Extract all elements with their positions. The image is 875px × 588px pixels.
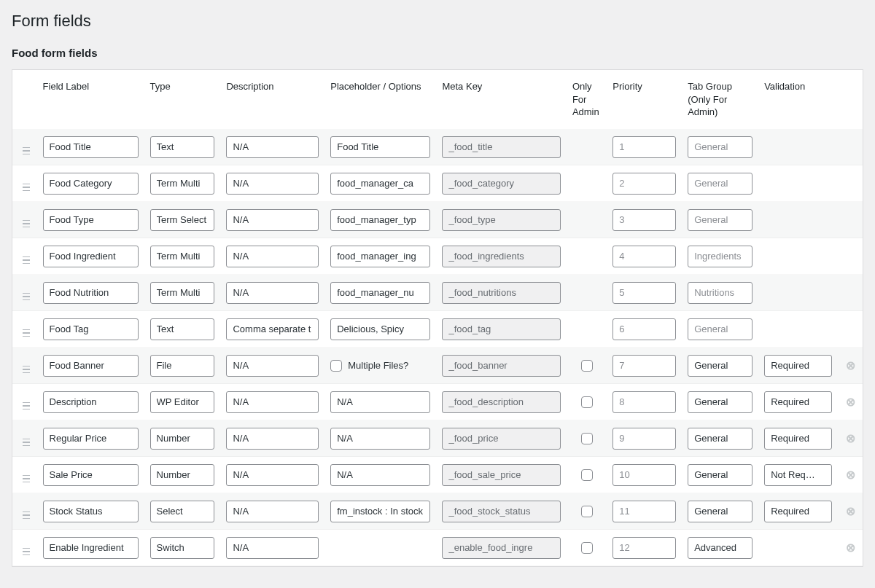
only-for-admin-checkbox[interactable] (581, 360, 593, 372)
tab-group-select[interactable]: GeneralIngredientsNutritionsAdvanced (688, 428, 752, 450)
description-input[interactable] (226, 464, 319, 486)
only-for-admin-checkbox[interactable] (581, 396, 593, 408)
validation-select[interactable]: RequiredNot Required (764, 391, 832, 413)
type-select[interactable]: TextTerm MultiTerm SelectFileWP EditorNu… (150, 136, 215, 158)
validation-select[interactable]: RequiredNot Required (764, 355, 832, 377)
placeholder-select[interactable]: food_manager_nu (330, 282, 430, 304)
drag-handle-icon[interactable] (23, 220, 30, 228)
validation-select[interactable]: RequiredNot Required (764, 501, 832, 522)
tab-group-select[interactable]: GeneralIngredientsNutritionsAdvanced (688, 391, 752, 413)
only-for-admin-checkbox[interactable] (581, 506, 593, 517)
drag-handle-icon[interactable] (23, 402, 30, 410)
priority-input[interactable] (612, 391, 676, 413)
drag-handle-icon[interactable] (23, 548, 30, 556)
field-label-input[interactable] (43, 173, 139, 195)
type-select[interactable]: TextTerm MultiTerm SelectFileWP EditorNu… (150, 537, 215, 559)
type-select[interactable]: TextTerm MultiTerm SelectFileWP EditorNu… (150, 318, 215, 340)
priority-input[interactable] (612, 428, 676, 450)
placeholder-input[interactable] (330, 464, 430, 486)
placeholder-input[interactable] (330, 501, 430, 522)
type-select[interactable]: TextTerm MultiTerm SelectFileWP EditorNu… (150, 355, 215, 377)
drag-handle-icon[interactable] (23, 147, 30, 155)
type-select[interactable]: TextTerm MultiTerm SelectFileWP EditorNu… (150, 209, 215, 231)
placeholder-input[interactable] (330, 391, 430, 413)
drag-handle-icon[interactable] (23, 439, 30, 447)
priority-input[interactable] (612, 537, 676, 559)
priority-input[interactable] (612, 209, 676, 231)
description-input[interactable] (226, 355, 319, 377)
remove-row-icon[interactable]: ⊗ (844, 396, 856, 407)
tab-group-select[interactable]: GeneralIngredientsNutritionsAdvanced (688, 355, 752, 377)
description-input[interactable] (226, 537, 319, 559)
tab-group-select[interactable]: GeneralIngredientsNutritionsAdvanced (688, 173, 752, 195)
tab-group-select[interactable]: GeneralIngredientsNutritionsAdvanced (688, 537, 752, 559)
placeholder-input[interactable] (330, 428, 430, 450)
only-for-admin-checkbox[interactable] (581, 433, 593, 444)
field-label-input[interactable] (43, 391, 139, 413)
drag-handle-icon[interactable] (23, 511, 30, 520)
tab-group-select[interactable]: GeneralIngredientsNutritionsAdvanced (688, 246, 752, 267)
field-label-input[interactable] (43, 282, 139, 304)
remove-row-icon[interactable]: ⊗ (844, 359, 856, 371)
only-for-admin-checkbox[interactable] (581, 469, 593, 481)
type-select[interactable]: TextTerm MultiTerm SelectFileWP EditorNu… (150, 391, 215, 413)
description-input[interactable] (226, 246, 319, 267)
field-label-input[interactable] (43, 209, 139, 231)
field-label-input[interactable] (43, 136, 139, 158)
drag-handle-icon[interactable] (23, 329, 30, 337)
tab-group-select[interactable]: GeneralIngredientsNutritionsAdvanced (688, 282, 752, 304)
field-label-input[interactable] (43, 428, 139, 450)
placeholder-input[interactable] (330, 318, 430, 340)
description-input[interactable] (226, 318, 319, 340)
priority-input[interactable] (612, 173, 676, 195)
drag-handle-icon[interactable] (23, 475, 30, 483)
validation-select[interactable]: RequiredNot Required (764, 428, 832, 450)
description-input[interactable] (226, 209, 319, 231)
priority-input[interactable] (612, 318, 676, 340)
type-select[interactable]: TextTerm MultiTerm SelectFileWP EditorNu… (150, 464, 215, 486)
description-input[interactable] (226, 391, 319, 413)
type-select[interactable]: TextTerm MultiTerm SelectFileWP EditorNu… (150, 246, 215, 267)
field-label-input[interactable] (43, 318, 139, 340)
tab-group-select[interactable]: GeneralIngredientsNutritionsAdvanced (688, 318, 752, 340)
remove-row-icon[interactable]: ⊗ (844, 541, 856, 553)
placeholder-select[interactable]: food_manager_ing (330, 246, 430, 267)
type-select[interactable]: TextTerm MultiTerm SelectFileWP EditorNu… (150, 501, 215, 522)
validation-select[interactable]: RequiredNot RequiredNot Req… (764, 464, 832, 486)
remove-row-icon[interactable]: ⊗ (844, 432, 856, 444)
tab-group-select[interactable]: GeneralIngredientsNutritionsAdvanced (688, 501, 752, 522)
description-input[interactable] (226, 136, 319, 158)
tab-group-select[interactable]: GeneralIngredientsNutritionsAdvanced (688, 136, 752, 158)
placeholder-input[interactable] (330, 136, 430, 158)
placeholder-select[interactable]: food_manager_ca (330, 173, 430, 195)
drag-handle-icon[interactable] (23, 366, 30, 374)
priority-input[interactable] (612, 136, 676, 158)
drag-handle-icon[interactable] (23, 293, 30, 301)
description-input[interactable] (226, 428, 319, 450)
priority-input[interactable] (612, 464, 676, 486)
multiple-files-checkbox[interactable] (330, 360, 342, 372)
priority-input[interactable] (612, 282, 676, 304)
tab-group-select[interactable]: GeneralIngredientsNutritionsAdvanced (688, 209, 752, 231)
placeholder-select[interactable]: food_manager_typ (330, 209, 430, 231)
field-label-input[interactable] (43, 464, 139, 486)
field-label-input[interactable] (43, 537, 139, 559)
field-label-input[interactable] (43, 246, 139, 267)
remove-row-icon[interactable]: ⊗ (844, 505, 856, 517)
multiple-files-toggle[interactable]: Multiple Files? (330, 360, 430, 372)
tab-group-select[interactable]: GeneralIngredientsNutritionsAdvanced (688, 464, 752, 486)
only-for-admin-checkbox[interactable] (581, 542, 593, 554)
priority-input[interactable] (612, 355, 676, 377)
field-label-input[interactable] (43, 355, 139, 377)
drag-handle-icon[interactable] (23, 256, 30, 264)
remove-row-icon[interactable]: ⊗ (844, 469, 856, 480)
description-input[interactable] (226, 282, 319, 304)
type-select[interactable]: TextTerm MultiTerm SelectFileWP EditorNu… (150, 282, 215, 304)
priority-input[interactable] (612, 246, 676, 267)
type-select[interactable]: TextTerm MultiTerm SelectFileWP EditorNu… (150, 428, 215, 450)
drag-handle-icon[interactable] (23, 184, 30, 192)
type-select[interactable]: TextTerm MultiTerm SelectFileWP EditorNu… (150, 173, 215, 195)
priority-input[interactable] (612, 501, 676, 522)
description-input[interactable] (226, 173, 319, 195)
description-input[interactable] (226, 501, 319, 522)
